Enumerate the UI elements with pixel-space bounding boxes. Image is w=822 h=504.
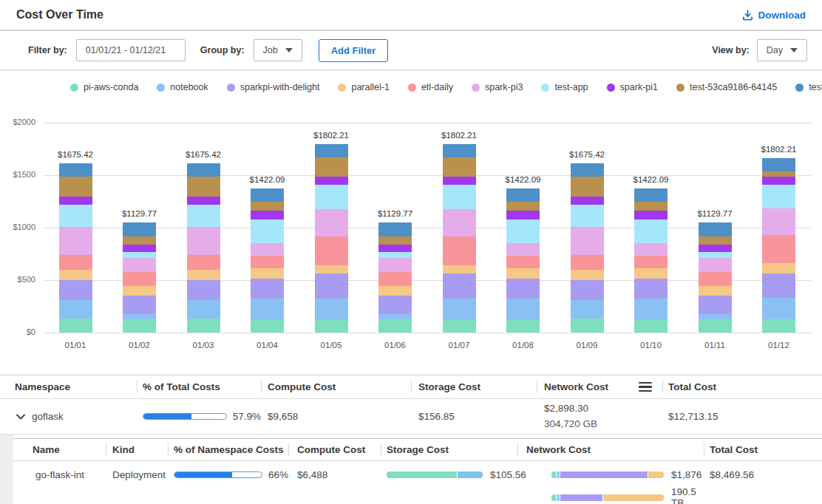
bar-segment-pi-aws-conda xyxy=(251,320,284,333)
minibar-segment xyxy=(603,494,664,501)
x-axis-tick-label: 01/03 xyxy=(170,341,237,350)
bar-segment-parallel-1 xyxy=(571,270,604,280)
bar-segment-test-app xyxy=(59,205,92,227)
bar-segment-spark-pi3 xyxy=(378,258,412,272)
network-cost-cell: $2,898.30 304,720 GB xyxy=(537,401,662,432)
view-by-group: View by: Day xyxy=(712,39,807,61)
table-row-go-flask-int[interactable]: go-flask-int Deployment 66% $6,488 $105.… xyxy=(13,461,822,504)
group-by-value: Job xyxy=(263,45,278,55)
legend-label: test-pkix xyxy=(809,82,822,92)
download-button[interactable]: Download xyxy=(742,10,806,21)
bar-segment-test-pkix xyxy=(378,222,412,236)
legend-dot xyxy=(157,84,165,92)
bar-segment-test-pkix xyxy=(762,158,795,171)
x-axis-tick-label: 01/08 xyxy=(490,341,557,350)
col-total-cost: Total Cost xyxy=(662,375,822,398)
minibar-segment xyxy=(557,471,560,478)
legend-item-parallel-1[interactable]: parallel-1 xyxy=(338,82,389,92)
legend-item-test-app[interactable]: test-app xyxy=(541,82,588,92)
bar-segment-sparkpi-with-delight xyxy=(378,296,412,314)
bar-segment-spark-pi1 xyxy=(378,245,412,252)
bar-segment-test-pkix xyxy=(315,144,348,157)
x-axis-tick-label: 01/09 xyxy=(554,341,620,350)
bar-segment-sparkpi-with-delight xyxy=(506,279,540,299)
bar-segment-pi-aws-conda xyxy=(699,319,732,333)
bar-segment-test-53ca9186-64145 xyxy=(571,177,604,197)
bar-segment-notebook xyxy=(443,299,476,319)
add-filter-button[interactable]: Add Filter xyxy=(319,39,389,62)
gridline xyxy=(44,123,811,123)
workload-table-header: Name Kind % of Namespace Costs Compute C… xyxy=(13,439,822,461)
legend-item-test-53ca9186-64145[interactable]: test-53ca9186-64145 xyxy=(676,82,777,92)
bar-segment-spark-pi1 xyxy=(634,211,668,219)
legend-item-notebook[interactable]: notebook xyxy=(157,82,208,92)
gridline xyxy=(44,280,811,281)
bar-segment-test-pkix xyxy=(634,188,668,202)
bar-segment-etl-daily xyxy=(251,256,284,268)
group-by-dropdown[interactable]: Job xyxy=(254,39,302,61)
bar-segment-parallel-1 xyxy=(251,268,284,278)
bar-segment-spark-pi1 xyxy=(123,245,156,252)
bar-segment-parallel-1 xyxy=(762,263,795,274)
bar-segment-test-pkix xyxy=(251,188,284,202)
bar-segment-pi-aws-conda xyxy=(378,319,412,333)
namespace-table: Namespace % of Total Costs Compute Cost … xyxy=(0,375,822,504)
pct-of-total-bar xyxy=(143,413,227,420)
legend-label: sparkpi-with-delight xyxy=(240,82,320,92)
legend-item-spark-pi1[interactable]: spark-pi1 xyxy=(607,82,658,92)
bar-segment-notebook xyxy=(315,299,348,319)
table-row-goflask[interactable]: goflask 57.9% $9,658 $156.85 $2,898.30 3… xyxy=(0,399,822,435)
bar-total-label: $1675.42 xyxy=(42,150,109,159)
legend-item-test-pkix[interactable]: test-pkix xyxy=(795,82,822,92)
page-header: Cost Over Time Download xyxy=(0,0,822,31)
col-total-cost: Total Cost xyxy=(704,439,822,460)
storage-cost-cell: $105.56 xyxy=(381,469,517,480)
view-by-value: Day xyxy=(767,45,783,55)
bar-segment-test-app xyxy=(634,219,668,243)
legend-item-spark-pi3[interactable]: spark-pi3 xyxy=(472,82,523,92)
total-cost-value: $8,469.56 xyxy=(704,469,822,480)
bar-segment-spark-pi3 xyxy=(762,208,795,236)
view-by-dropdown[interactable]: Day xyxy=(757,39,807,61)
bar-segment-test-53ca9186-64145 xyxy=(251,202,284,211)
bar-segment-parallel-1 xyxy=(634,268,668,278)
bar-segment-sparkpi-with-delight xyxy=(123,296,156,314)
col-pct-of-namespace: % of Namespace Costs xyxy=(168,439,288,460)
bar-segment-test-53ca9186-64145 xyxy=(378,236,412,245)
minibar-segment xyxy=(557,494,560,501)
bar-segment-notebook xyxy=(378,314,412,319)
gridline xyxy=(44,333,811,333)
legend-item-pi-aws-conda[interactable]: pi-aws-conda xyxy=(70,82,138,92)
pct-of-namespace-bar xyxy=(174,471,262,478)
legend-dot xyxy=(227,84,235,92)
bar-segment-parallel-1 xyxy=(443,265,476,273)
date-range-value: 01/01/21 - 01/12/21 xyxy=(86,45,166,55)
bar-segment-test-app xyxy=(443,185,476,209)
legend-item-etl-daily[interactable]: etl-daily xyxy=(408,82,453,92)
namespace-cell[interactable]: goflask xyxy=(0,411,137,422)
date-range-dropdown[interactable]: 01/01/21 - 01/12/21 xyxy=(76,39,186,61)
legend-dot xyxy=(607,84,615,92)
bar-total-label: $1802.21 xyxy=(426,131,492,140)
col-namespace: Namespace xyxy=(0,375,137,398)
col-storage-cost: Storage Cost xyxy=(381,439,517,460)
bar-segment-etl-daily xyxy=(59,255,92,269)
legend-dot xyxy=(676,84,685,92)
bar-segment-test-pkix xyxy=(506,188,540,202)
bar-segment-spark-pi1 xyxy=(251,211,284,219)
bar-segment-spark-pi3 xyxy=(699,258,732,272)
workload-kind: Deployment xyxy=(106,469,168,480)
storage-cost-value: $156.85 xyxy=(411,411,537,422)
legend-item-sparkpi-with-delight[interactable]: sparkpi-with-delight xyxy=(227,82,320,92)
bar-segment-test-app xyxy=(571,205,604,227)
bar-total-label: $1802.21 xyxy=(298,131,364,140)
bar-segment-sparkpi-with-delight xyxy=(315,273,348,299)
col-network-cost: Network Cost xyxy=(517,439,704,460)
column-menu-icon[interactable] xyxy=(639,382,652,392)
chevron-down-icon xyxy=(16,414,25,420)
legend-dot xyxy=(408,84,416,92)
legend-label: pi-aws-conda xyxy=(84,82,138,92)
bar-segment-test-app xyxy=(378,252,412,258)
bar-segment-test-app xyxy=(506,219,540,243)
col-storage-cost: Storage Cost xyxy=(411,375,537,398)
